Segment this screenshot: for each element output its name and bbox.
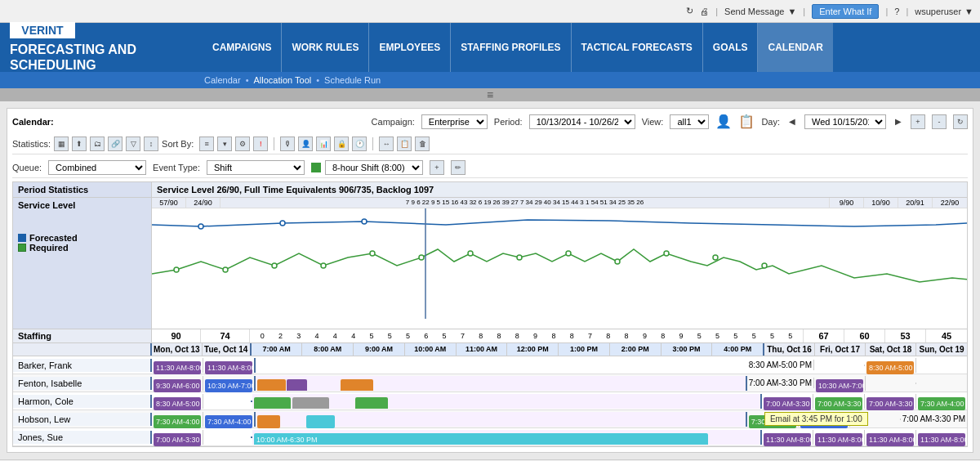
- refresh-icon[interactable]: ↻: [686, 6, 693, 16]
- shift-block[interactable]: [257, 379, 286, 391]
- view-icon1[interactable]: 👤: [715, 114, 732, 129]
- separator2: |: [803, 7, 805, 16]
- shift-block[interactable]: 10:30 AM-7:00 PM: [205, 379, 252, 392]
- top-bar: ↻ 🖨 | Send Message ▼ | Enter What If | ?…: [0, 0, 980, 23]
- print-icon[interactable]: 🖨: [700, 7, 709, 16]
- sortby-icon2[interactable]: ▾: [217, 137, 232, 151]
- shift-block[interactable]: 7:30 AM-4:00 PM: [154, 415, 201, 428]
- shift-block[interactable]: 10:00 AM-6:30 PM: [254, 433, 708, 445]
- calendar-header: Calendar: Campaign: Enterprise Period: 1…: [12, 114, 968, 129]
- sort-icon[interactable]: ↕: [144, 137, 158, 151]
- shift-block[interactable]: 9:30 AM-6:00 PM: [154, 379, 201, 392]
- shift-cell: 10:30 AM-7:00 PM: [814, 376, 866, 391]
- stats-icon1[interactable]: ▦: [54, 137, 69, 151]
- queue-select[interactable]: Combined: [48, 160, 146, 175]
- nav-employees[interactable]: EMPLOYEES: [369, 23, 451, 72]
- person-name: Fenton, Isabelle: [13, 377, 152, 390]
- shift-select[interactable]: 8-hour Shift (8:00): [325, 160, 423, 175]
- sl-num: 9/90: [830, 198, 864, 208]
- shift-cell: 7:30 AM-4:00 PM: [203, 412, 256, 427]
- shift-block[interactable]: 11:30 AM-8:00 PM: [205, 361, 252, 374]
- shift-block[interactable]: [254, 397, 291, 409]
- shift-block[interactable]: 7:00 AM-3:30 PM: [764, 397, 811, 410]
- add-shift-icon[interactable]: +: [430, 160, 444, 175]
- svg-point-2: [362, 219, 367, 224]
- shift-block[interactable]: 7:00 AM-3:30 PM: [154, 433, 201, 446]
- shift-block[interactable]: [292, 397, 329, 409]
- shift-block[interactable]: 8:30 AM-5:00 PM: [866, 361, 914, 374]
- nav-calendar[interactable]: CALENDAR: [758, 23, 832, 72]
- svg-point-10: [517, 255, 522, 260]
- svg-point-12: [615, 259, 620, 264]
- send-message-button[interactable]: Send Message ▼: [724, 7, 796, 16]
- clock-icon[interactable]: 🕐: [352, 137, 367, 151]
- collapse-handle[interactable]: ≡: [0, 88, 980, 101]
- shift-block[interactable]: 7:00 AM-3:30 PM: [815, 397, 862, 410]
- help-icon[interactable]: ?: [894, 7, 899, 16]
- shift-block[interactable]: 11:30 AM-8:00 PM: [815, 433, 862, 446]
- breadcrumb-calendar[interactable]: Calendar: [204, 75, 241, 85]
- nav-work-rules[interactable]: WORK RULES: [282, 23, 369, 72]
- shift-block[interactable]: 7:30 AM-4:00 PM: [205, 415, 252, 428]
- shift-block[interactable]: [355, 397, 388, 409]
- day-select[interactable]: Wed 10/15/2014: [804, 114, 886, 129]
- nav-goals[interactable]: GOALS: [703, 23, 759, 72]
- breadcrumb-schedule-run[interactable]: Schedule Run: [324, 75, 381, 85]
- shift-cell: 11:30 AM-8:00 PM: [865, 430, 916, 445]
- person-name: Harmon, Cole: [13, 395, 152, 408]
- edit-shift-icon[interactable]: ✏: [451, 160, 466, 175]
- person-name: Hobson, Lew: [13, 413, 152, 426]
- svg-point-13: [664, 251, 669, 256]
- user-menu[interactable]: wsuperuser ▼: [915, 7, 973, 16]
- zoom-in-icon[interactable]: +: [911, 114, 925, 129]
- enter-what-if-button[interactable]: Enter What If: [812, 4, 879, 19]
- svg-point-8: [419, 255, 424, 260]
- day-next-btn[interactable]: ▶: [893, 117, 904, 126]
- mic-icon[interactable]: 🎙: [280, 137, 295, 151]
- shift-block[interactable]: 11:30 AM-8:00 PM: [918, 433, 965, 446]
- required-legend: Required: [18, 243, 146, 253]
- shift-block[interactable]: 8:30 AM-5:00 PM: [154, 397, 201, 410]
- period-stats-label: Period Statistics: [13, 182, 152, 197]
- stats-icon2[interactable]: ⬆: [72, 137, 87, 151]
- shift-block[interactable]: [341, 379, 373, 391]
- move-icon[interactable]: ↔: [379, 137, 394, 151]
- nav-campaigns[interactable]: CAMPAIGNS: [203, 23, 282, 72]
- shift-block[interactable]: [287, 379, 307, 391]
- svg-point-3: [174, 267, 179, 272]
- config-icon1[interactable]: ⚙: [235, 137, 250, 151]
- shift-block[interactable]: [306, 415, 335, 428]
- nav-tactical-forecasts[interactable]: TACTICAL FORECASTS: [572, 23, 703, 72]
- stats-icon4[interactable]: 🔗: [108, 137, 122, 151]
- brand-title: FORECASTING AND SCHEDULING: [10, 42, 186, 73]
- shift-block[interactable]: 7:30 AM-4:00 PM: [918, 397, 965, 410]
- shift-block[interactable]: 7:00 AM-3:30 PM: [866, 397, 914, 410]
- sortby-icon1[interactable]: ≡: [199, 137, 214, 151]
- zoom-out-icon[interactable]: -: [932, 114, 947, 129]
- day-prev-btn[interactable]: ◀: [786, 117, 798, 126]
- today-cell: Email at 3:45 PM for 1:00: [256, 412, 747, 427]
- service-level-chart: [152, 208, 967, 319]
- nav-staffing-profiles[interactable]: STAFFING PROFILES: [451, 23, 571, 72]
- person-icon[interactable]: 👤: [298, 137, 313, 151]
- view-icon2[interactable]: 📋: [738, 114, 755, 129]
- shift-block[interactable]: 10:30 AM-7:00 PM: [816, 379, 863, 392]
- alert-icon[interactable]: !: [253, 137, 268, 151]
- table-row: Harmon, Cole 8:30 AM-5:00 PM 7:00 AM-3:3…: [13, 392, 967, 410]
- shift-block[interactable]: [257, 415, 280, 428]
- refresh-view-icon[interactable]: ↻: [953, 114, 968, 129]
- shift-block[interactable]: 11:30 AM-8:00 PM: [866, 433, 914, 446]
- event-type-select[interactable]: Shift: [207, 160, 305, 175]
- copy-icon[interactable]: 📋: [397, 137, 412, 151]
- chart-icon[interactable]: 📊: [316, 137, 331, 151]
- shift-block[interactable]: 11:30 AM-8:00 PM: [764, 433, 811, 446]
- shift-block[interactable]: 11:30 AM-8:00 PM: [154, 361, 201, 374]
- delete-icon[interactable]: 🗑: [415, 137, 430, 151]
- filter-icon[interactable]: ▽: [126, 137, 140, 151]
- stats-icon3[interactable]: 🗂: [90, 137, 105, 151]
- campaign-select[interactable]: Enterprise: [421, 114, 488, 129]
- breadcrumb-allocation-tool[interactable]: Allocation Tool: [254, 75, 312, 85]
- view-select[interactable]: all1: [670, 114, 709, 129]
- period-select[interactable]: 10/13/2014 - 10/26/2014: [529, 114, 635, 129]
- lock-icon[interactable]: 🔒: [334, 137, 349, 151]
